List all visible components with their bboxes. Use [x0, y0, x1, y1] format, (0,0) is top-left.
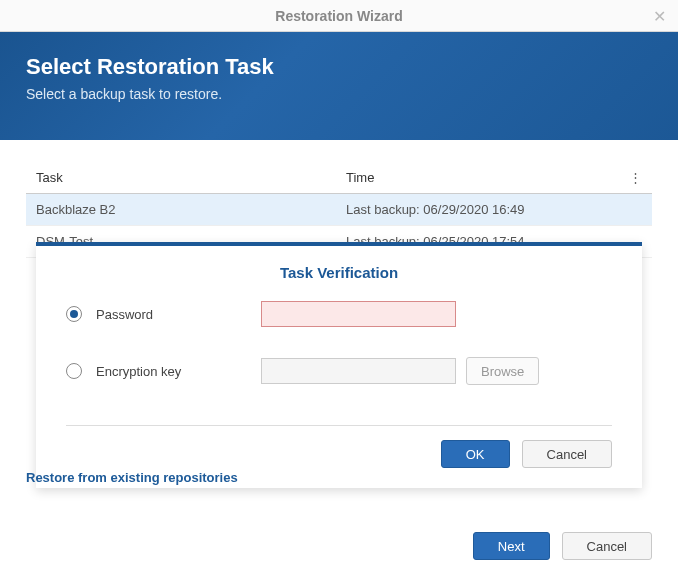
banner: Select Restoration Task Select a backup …: [0, 32, 678, 140]
radio-encryption-key[interactable]: [66, 363, 82, 379]
ok-button[interactable]: OK: [441, 440, 510, 468]
task-name: Backblaze B2: [36, 202, 346, 217]
dialog-footer: OK Cancel: [66, 440, 612, 468]
task-verification-dialog: Task Verification Password Encryption ke…: [36, 242, 642, 488]
page-subheading: Select a backup task to restore.: [26, 86, 652, 102]
dialog-title: Task Verification: [66, 264, 612, 281]
wizard-cancel-button[interactable]: Cancel: [562, 532, 652, 560]
divider: [66, 425, 612, 426]
next-button[interactable]: Next: [473, 532, 550, 560]
close-icon[interactable]: ✕: [653, 7, 666, 26]
page-heading: Select Restoration Task: [26, 54, 652, 80]
password-option-row: Password: [66, 301, 612, 327]
browse-button: Browse: [466, 357, 539, 385]
encryption-key-input: [261, 358, 456, 384]
restore-existing-link[interactable]: Restore from existing repositories: [26, 470, 238, 485]
kebab-menu-icon[interactable]: ⋮: [622, 170, 642, 185]
titlebar: Restoration Wizard ✕: [0, 0, 678, 32]
task-time: Last backup: 06/29/2020 16:49: [346, 202, 642, 217]
radio-password[interactable]: [66, 306, 82, 322]
wizard-footer: Next Cancel: [473, 532, 652, 560]
column-header-task: Task: [36, 170, 346, 185]
table-header: Task Time ⋮: [26, 162, 652, 194]
content: Task Time ⋮ Backblaze B2 Last backup: 06…: [0, 140, 678, 258]
encryption-label: Encryption key: [96, 364, 261, 379]
password-input[interactable]: [261, 301, 456, 327]
encryption-option-row: Encryption key Browse: [66, 357, 612, 385]
dialog-cancel-button[interactable]: Cancel: [522, 440, 612, 468]
column-header-time: Time: [346, 170, 622, 185]
table-row[interactable]: Backblaze B2 Last backup: 06/29/2020 16:…: [26, 194, 652, 226]
password-label: Password: [96, 307, 261, 322]
window-title: Restoration Wizard: [275, 8, 402, 24]
